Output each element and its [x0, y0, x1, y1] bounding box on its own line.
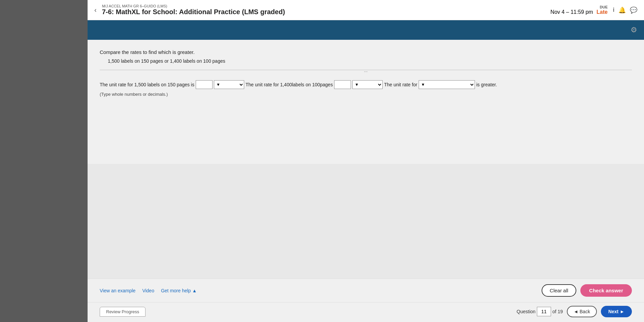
bottom-right-buttons: Clear all Check answer: [542, 284, 632, 297]
answer-row: The unit rate for 1,500 labels on 150 pa…: [100, 80, 632, 89]
left-sidebar: [0, 0, 88, 322]
of-label: of 19: [552, 309, 563, 314]
question-nav: Question 11 of 19: [517, 307, 563, 316]
view-example-link[interactable]: View an example: [100, 288, 135, 293]
greater-rate-select[interactable]: ▼ 1,500 labels on 150 pages 1,400 labels…: [419, 80, 475, 89]
bottom-links: View an example Video Get more help ▲: [100, 288, 197, 293]
video-link[interactable]: Video: [142, 288, 154, 293]
answer-part4: is greater.: [476, 82, 497, 87]
question-subtext: 1,500 labels on 150 pages or 1,400 label…: [108, 58, 632, 64]
bottom-toolbar: View an example Video Get more help ▲ Cl…: [88, 279, 644, 302]
chat-icon[interactable]: 💬: [630, 6, 637, 14]
course-label: M/J ACCEL MATH GR 6–GUIDO (LMS): [102, 4, 285, 8]
unit-rate-2-select[interactable]: ▼ labels/page pages/label: [352, 80, 383, 89]
due-status: Late: [597, 9, 608, 15]
bell-icon[interactable]: 🔔: [618, 6, 626, 14]
unit-rate-1-select[interactable]: ▼ labels/page pages/label: [214, 80, 244, 89]
review-progress-button[interactable]: Review Progress: [100, 307, 146, 317]
question-instruction: Compare the rates to find which is great…: [100, 49, 632, 55]
settings-icon[interactable]: ⚙: [631, 26, 637, 34]
assignment-title: 7-6: MathXL for School: Additional Pract…: [102, 8, 285, 16]
nav-bar: Review Progress Question 11 of 19 ◄ Back…: [88, 302, 644, 322]
header: ‹ M/J ACCEL MATH GR 6–GUIDO (LMS) 7-6: M…: [88, 0, 644, 20]
answer-note: (Type whole numbers or decimals.): [100, 92, 632, 97]
due-label: DUE: [600, 5, 608, 9]
header-left: ‹ M/J ACCEL MATH GR 6–GUIDO (LMS) 7-6: M…: [94, 4, 285, 16]
unit-rate-2-input[interactable]: [334, 80, 351, 89]
divider: [100, 70, 632, 70]
main-container: ‹ M/J ACCEL MATH GR 6–GUIDO (LMS) 7-6: M…: [88, 0, 644, 322]
question-label: Question: [517, 309, 536, 314]
question-number-input[interactable]: 11: [537, 307, 551, 316]
teal-banner: ⚙: [88, 20, 644, 40]
due-date: Nov 4 – 11:59 pm Late: [550, 9, 608, 15]
answer-part2: The unit rate for 1,400labels on 100page…: [246, 82, 333, 87]
next-button[interactable]: Next ►: [601, 306, 632, 317]
header-title-group: M/J ACCEL MATH GR 6–GUIDO (LMS) 7-6: Mat…: [102, 4, 285, 16]
clear-all-button[interactable]: Clear all: [542, 284, 576, 297]
answer-part3: The unit rate for: [384, 82, 417, 87]
header-right: DUE Nov 4 – 11:59 pm Late i 🔔 💬: [550, 5, 637, 15]
header-icons: i 🔔 💬: [613, 6, 637, 14]
unit-rate-1-input[interactable]: [196, 80, 213, 89]
answer-part1: The unit rate for 1,500 labels on 150 pa…: [100, 82, 194, 87]
back-arrow-icon[interactable]: ‹: [94, 6, 97, 14]
content-area: Compare the rates to find which is great…: [88, 40, 644, 164]
due-section: DUE Nov 4 – 11:59 pm Late: [550, 5, 608, 15]
get-more-help-link[interactable]: Get more help ▲: [161, 288, 197, 293]
info-icon[interactable]: i: [613, 6, 614, 13]
check-answer-button[interactable]: Check answer: [580, 284, 632, 297]
back-button[interactable]: ◄ Back: [567, 306, 597, 317]
